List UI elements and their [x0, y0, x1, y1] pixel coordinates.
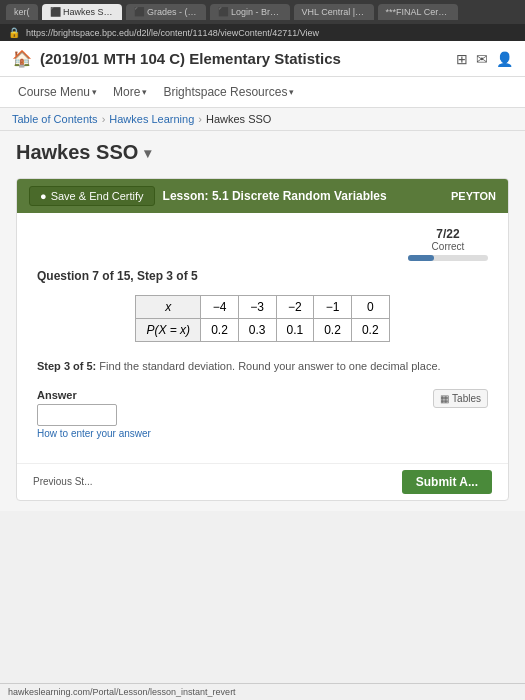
progress-fraction: 7/22: [408, 227, 488, 241]
nav-course-menu[interactable]: Course Menu ▾: [12, 81, 103, 103]
page-title: (2019/01 MTH 104 C) Elementary Statistic…: [40, 50, 448, 67]
question-area: 7/22 Correct Question 7 of 15, Step 3 of…: [17, 213, 508, 463]
save-end-certify-button[interactable]: ● Save & End Certify: [29, 186, 155, 206]
progress-label: Correct: [408, 241, 488, 252]
breadcrumb-hawkes[interactable]: Hawkes Learning: [109, 113, 194, 125]
table-icon: ▦: [440, 393, 449, 404]
header-icons: ⊞ ✉ 👤: [456, 51, 513, 67]
url-text[interactable]: https://brightspace.bpc.edu/d2l/le/conte…: [26, 28, 517, 38]
answer-hint[interactable]: How to enter your answer: [37, 428, 151, 439]
tab-login[interactable]: ⬛ Login - Brewton...: [210, 4, 290, 20]
lesson-header: ● Save & End Certify Lesson: 5.1 Discret…: [17, 179, 508, 213]
nav-bar: Course Menu ▾ More ▾ Brightspace Resourc…: [0, 77, 525, 108]
breadcrumb-sep-2: ›: [198, 113, 202, 125]
nav-brightspace[interactable]: Brightspace Resources ▾: [157, 81, 300, 103]
answer-left: Answer How to enter your answer: [37, 389, 151, 439]
status-url: hawkeslearning.com/Portal/Lesson/lesson_…: [8, 687, 236, 697]
tables-button[interactable]: ▦ Tables: [433, 389, 488, 408]
table-prob-0: 0.2: [351, 319, 389, 342]
page-header: 🏠 (2019/01 MTH 104 C) Elementary Statist…: [0, 41, 525, 77]
page-heading-text: Hawkes SSO: [16, 141, 138, 164]
tables-label: Tables: [452, 393, 481, 404]
table-col-neg1: −1: [314, 296, 352, 319]
breadcrumb-sep-1: ›: [102, 113, 106, 125]
breadcrumb-current: Hawkes SSO: [206, 113, 271, 125]
tab-other[interactable]: ker(: [6, 4, 38, 20]
answer-label: Answer: [37, 389, 151, 401]
save-btn-label: Save & End Certify: [51, 190, 144, 202]
heading-chevron-icon[interactable]: ▾: [144, 145, 151, 161]
step-text: Find the standard deviation. Round your …: [99, 360, 440, 372]
table-prob-neg2: 0.1: [276, 319, 314, 342]
lesson-title: Lesson: 5.1 Discrete Random Variables: [163, 189, 387, 203]
chevron-down-icon-brightspace: ▾: [289, 87, 294, 97]
envelope-icon[interactable]: ✉: [476, 51, 488, 67]
home-icon[interactable]: 🏠: [12, 49, 32, 68]
progress-bar-container: [408, 255, 488, 261]
tab-vhl[interactable]: VHL Central | stu...: [294, 4, 374, 20]
page-heading: Hawkes SSO ▾: [16, 141, 509, 164]
breadcrumb-toc[interactable]: Table of Contents: [12, 113, 98, 125]
breadcrumb: Table of Contents › Hawkes Learning › Ha…: [0, 108, 525, 131]
browser-status-bar: hawkeslearning.com/Portal/Lesson/lesson_…: [0, 683, 525, 700]
address-bar: 🔒 https://brightspace.bpc.edu/d2l/le/con…: [0, 24, 525, 41]
table-col-neg3: −3: [238, 296, 276, 319]
tab-hawkes-sso[interactable]: ⬛ Hawkes SSO - (2...: [42, 4, 122, 20]
lesson-card: ● Save & End Certify Lesson: 5.1 Discret…: [16, 178, 509, 501]
table-prob-neg4: 0.2: [201, 319, 239, 342]
person-icon[interactable]: 👤: [496, 51, 513, 67]
grid-icon[interactable]: ⊞: [456, 51, 468, 67]
table-prob-neg1: 0.2: [314, 319, 352, 342]
submit-button[interactable]: Submit A...: [402, 470, 492, 494]
table-prob-row: P(X = x) 0.2 0.3 0.1 0.2 0.2: [136, 319, 389, 342]
question-label: Question 7 of 15, Step 3 of 5: [37, 269, 488, 283]
nav-brightspace-label: Brightspace Resources: [163, 85, 287, 99]
table-px-label: P(X = x): [136, 319, 201, 342]
lesson-header-left: ● Save & End Certify Lesson: 5.1 Discret…: [29, 186, 387, 206]
previous-step-label[interactable]: Previous St...: [33, 476, 92, 487]
answer-input-row: [37, 404, 151, 426]
step-instruction: Step 3 of 5: Find the standard deviation…: [37, 358, 488, 375]
tab-final[interactable]: ***FINAL Certific...: [378, 4, 458, 20]
table-col-0: 0: [351, 296, 389, 319]
nav-course-menu-label: Course Menu: [18, 85, 90, 99]
save-icon: ●: [40, 190, 47, 202]
nav-more-label: More: [113, 85, 140, 99]
probability-table: x −4 −3 −2 −1 0 P(X = x) 0.2 0.3 0.1 0.2…: [135, 295, 389, 342]
tab-grades[interactable]: ⬛ Grades - (2019)...: [126, 4, 206, 20]
lock-icon: 🔒: [8, 27, 20, 38]
table-prob-neg3: 0.3: [238, 319, 276, 342]
chevron-down-icon: ▾: [92, 87, 97, 97]
table-header-row: x −4 −3 −2 −1 0: [136, 296, 389, 319]
nav-more[interactable]: More ▾: [107, 81, 153, 103]
answer-input[interactable]: [37, 404, 117, 426]
table-x-header: x: [136, 296, 201, 319]
user-name: PEYTON: [451, 190, 496, 202]
question-progress: 7/22 Correct: [37, 227, 488, 261]
progress-info: 7/22 Correct: [408, 227, 488, 261]
content-area: Hawkes SSO ▾ ● Save & End Certify Lesson…: [0, 131, 525, 511]
chevron-down-icon-more: ▾: [142, 87, 147, 97]
table-col-neg2: −2: [276, 296, 314, 319]
progress-bar-fill: [408, 255, 434, 261]
step-bold: Step 3 of 5:: [37, 360, 96, 372]
table-col-neg4: −4: [201, 296, 239, 319]
answer-area: Answer How to enter your answer ▦ Tables: [37, 389, 488, 439]
browser-tabs: ker( ⬛ Hawkes SSO - (2... ⬛ Grades - (20…: [0, 0, 525, 24]
card-bottom: Previous St... Submit A...: [17, 463, 508, 500]
